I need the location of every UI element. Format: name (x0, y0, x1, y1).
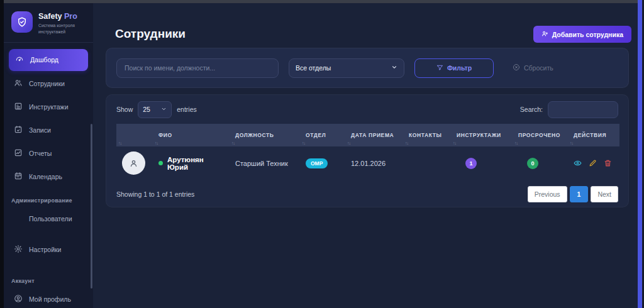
avatar (122, 151, 145, 175)
entries-label: entries (177, 106, 197, 113)
sidebar-item-dashboard[interactable]: Дашборд (9, 49, 88, 71)
sort-icon: ↑↓ (302, 141, 305, 145)
sidebar-item-label: Настройки (29, 246, 62, 253)
clipboard-icon (14, 102, 23, 112)
column-header-position[interactable]: ДОЛЖНОСТЬ↑↓ (230, 124, 300, 146)
table-search-label: Search: (520, 106, 543, 113)
sidebar-item-records[interactable]: Записи (4, 119, 93, 142)
sidebar-item-label: Инструктажи (29, 103, 69, 111)
chevron-down-icon (391, 64, 397, 72)
hire-date: 12.01.2026 (345, 146, 403, 180)
column-header-contacts[interactable]: КОНТАКТЫ↑↓ (403, 124, 451, 146)
column-header-hire-date[interactable]: ДАТА ПРИЕМА↑↓ (345, 124, 403, 146)
gear-icon (14, 245, 23, 255)
sidebar-item-label: Мой профиль (29, 295, 71, 303)
sidebar-item-label: Дашборд (30, 56, 58, 63)
department-select-value: Все отделы (296, 64, 331, 72)
sidebar-section-admin: Администрирование (4, 189, 93, 207)
sidebar-item-users-admin[interactable]: Пользователи (4, 207, 93, 231)
sidebar-item-label: Записи (29, 126, 51, 134)
overdue-count-badge: 0 (527, 158, 538, 169)
brand-accent: Pro (64, 12, 77, 21)
reset-filters-button[interactable]: Сбросить (513, 63, 553, 72)
pagination-page-1-button[interactable]: 1 (570, 186, 589, 202)
funnel-icon (436, 64, 443, 72)
sidebar-item-label: Пользователи (29, 215, 72, 223)
pagination-previous-button[interactable]: Previous (528, 186, 567, 202)
calendar-check-icon (14, 125, 23, 135)
column-header-avatar[interactable]: ↑↓ (116, 124, 153, 146)
sort-icon: ↑↓ (231, 141, 235, 145)
page-title: Сотрудники (115, 27, 186, 41)
sort-icon: ↑↓ (405, 141, 408, 145)
sort-icon: ↑↓ (514, 141, 518, 145)
sort-icon: ↑↓ (453, 141, 456, 145)
main-content: Сотрудники Добавить сотрудника Все отдел… (93, 3, 638, 308)
column-header-briefings[interactable]: ИНСТРУКТАЖИ↑↓ (451, 124, 513, 146)
column-header-overdue[interactable]: ПРОСРОЧЕНО↑↓ (513, 124, 568, 146)
table-header-row: ↑↓ ФИО↑↓ ДОЛЖНОСТЬ↑↓ ОТДЕЛ↑↓ ДАТА ПРИЕМА… (116, 124, 619, 146)
contacts-cell (403, 146, 451, 180)
briefings-count-badge: 1 (465, 158, 477, 169)
table-search-input[interactable] (548, 101, 618, 118)
sidebar-item-briefings[interactable]: Инструктажи (4, 96, 93, 119)
edit-icon[interactable] (589, 159, 597, 167)
sidebar: Safety Pro Система контроля инструктажей… (4, 3, 93, 308)
column-header-department[interactable]: ОТДЕЛ↑↓ (300, 124, 345, 146)
column-header-actions[interactable]: ДЕЙСТВИЯ↑↓ (568, 124, 619, 146)
view-icon[interactable] (574, 159, 582, 167)
chevron-down-icon (161, 106, 167, 113)
sidebar-item-profile[interactable]: Мой профиль (4, 288, 93, 308)
sidebar-scrollbar[interactable] (91, 124, 92, 289)
sidebar-item-label: Календарь (29, 173, 62, 180)
sort-icon: ↑↓ (155, 141, 158, 145)
page-length-value: 25 (143, 106, 150, 113)
employee-name: Арутюнян Юрий (167, 156, 226, 171)
app-window: Safety Pro Система контроля инструктажей… (0, 0, 644, 308)
brand-logo: Safety Pro Система контроля инструктажей (4, 3, 93, 43)
sort-icon: ↑↓ (347, 141, 350, 145)
add-employee-button[interactable]: Добавить сотрудника (533, 26, 631, 43)
column-header-name[interactable]: ФИО↑↓ (153, 124, 230, 146)
employees-table-card: Show 25 entries Search: (106, 94, 629, 207)
department-badge: ОМР (306, 158, 328, 168)
users-icon (14, 79, 23, 89)
sidebar-item-label: Отчеты (29, 150, 52, 157)
sidebar-item-label: Сотрудники (29, 80, 65, 87)
employee-search-input[interactable] (116, 58, 279, 78)
brand-primary: Safety (38, 12, 62, 21)
employee-position: Старший Техник (230, 146, 300, 180)
page-length-select[interactable]: 25 (138, 101, 172, 118)
filter-button-label: Фильтр (447, 64, 472, 72)
brand-tagline: Система контроля инструктажей (38, 23, 87, 34)
user-circle-icon (14, 294, 23, 304)
gauge-icon (15, 55, 24, 65)
x-circle-icon (513, 63, 520, 72)
sidebar-nav: Дашборд Сотрудники Инструктажи Записи От… (4, 43, 93, 308)
sidebar-item-calendar[interactable]: Календарь (4, 165, 93, 189)
person-plus-icon (541, 30, 548, 38)
sort-icon: ↑↓ (118, 141, 121, 145)
calendar-icon (14, 172, 23, 182)
department-select[interactable]: Все отделы (289, 58, 404, 78)
add-employee-label: Добавить сотрудника (552, 31, 623, 38)
pagination: Previous 1 Next (528, 186, 618, 202)
sidebar-item-settings[interactable]: Настройки (4, 238, 93, 261)
reset-filters-label: Сбросить (524, 64, 553, 72)
page-scrollbar[interactable] (638, 0, 642, 308)
sidebar-item-reports[interactable]: Отчеты (4, 142, 93, 165)
shield-check-icon (11, 11, 33, 33)
sort-icon: ↑↓ (570, 141, 573, 145)
table-row: Арутюнян Юрий Старший Техник ОМР 12.01.2… (116, 146, 619, 180)
pagination-next-button[interactable]: Next (591, 186, 618, 202)
table-info-text: Showing 1 to 1 of 1 entries (116, 190, 194, 198)
filter-panel: Все отделы Фильтр Сбросить (106, 48, 629, 88)
show-label: Show (116, 106, 133, 113)
brand-title: Safety Pro (38, 12, 87, 21)
delete-icon[interactable] (604, 159, 612, 167)
sidebar-section-account: Аккаунт (4, 269, 93, 288)
filter-button[interactable]: Фильтр (414, 58, 494, 78)
chart-line-icon (14, 148, 23, 158)
status-dot (158, 161, 163, 165)
sidebar-item-employees[interactable]: Сотрудники (4, 72, 93, 96)
